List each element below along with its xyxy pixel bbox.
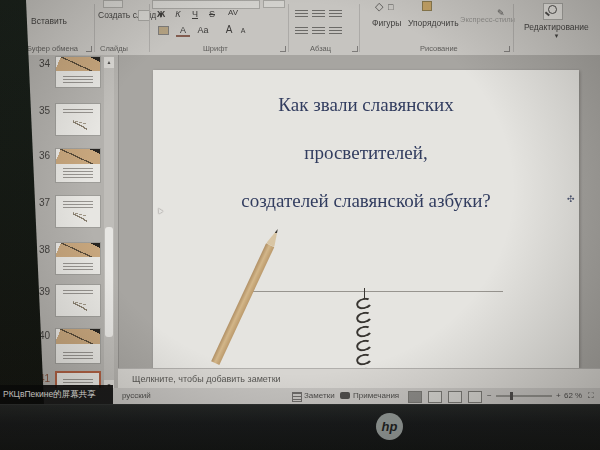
caret-down-icon: ▾ (555, 32, 559, 39)
font-name-box[interactable] (152, 0, 260, 9)
screen-share-label: РКЦвПекине的屏幕共享 (3, 389, 96, 399)
shape-square-icon: □ (388, 2, 393, 12)
current-slide-canvas[interactable]: Как звали славянских просветителей, созд… (153, 70, 579, 368)
ribbon: Вставить Буфер обмена Создать слайд ▾ Сл… (0, 0, 600, 56)
slide-editing-area: Как звали славянских просветителей, созд… (118, 55, 600, 368)
editing-label: Редактирование (524, 22, 589, 32)
pencil-photo-thumb (56, 57, 100, 71)
panel-scrollbar[interactable]: ▲ ▼ (104, 57, 114, 391)
pencil-clipart[interactable] (211, 227, 282, 365)
underline-button[interactable]: Ч (188, 9, 202, 19)
ink-pen-icon[interactable]: ✎ (497, 8, 505, 18)
slide-rule-line (248, 291, 503, 292)
font-dialog-launcher-icon[interactable] (280, 46, 286, 52)
paste-label: Вставить (31, 16, 67, 26)
notes-icon (292, 392, 302, 402)
drawing-dialog-launcher-icon[interactable] (504, 46, 510, 52)
slide-thumbnail-35[interactable] (55, 103, 101, 136)
comments-toggle[interactable]: Примечания (353, 391, 399, 400)
pencil-photo-thumb (56, 243, 100, 257)
magnifier-icon (548, 5, 557, 14)
align-center-button[interactable] (312, 27, 325, 36)
slide-title-line1[interactable]: Как звали славянских (153, 94, 579, 116)
slide-sorter-view-button[interactable] (428, 391, 442, 403)
group-slides-label: Слайды (100, 44, 128, 53)
font-color-button[interactable]: А (176, 25, 190, 37)
strikethrough-button[interactable]: S (205, 9, 219, 19)
normal-view-button[interactable] (408, 391, 422, 403)
bullets-button[interactable] (295, 10, 308, 19)
italic-button[interactable]: К (171, 9, 185, 19)
slide-title-line2[interactable]: просветителей, (153, 142, 579, 164)
clipboard-dialog-launcher-icon[interactable] (86, 46, 92, 52)
comments-icon (340, 392, 350, 399)
zoom-out-button[interactable]: − (487, 391, 492, 400)
bold-button[interactable]: Ж (154, 9, 168, 19)
arrange-label: Упорядочить (408, 18, 459, 28)
pencil-photo-thumb (56, 329, 100, 344)
cut-icon-box (103, 0, 123, 8)
quick-styles-button[interactable]: Экспресс-стили (460, 16, 494, 24)
hp-logo: hp (376, 413, 403, 440)
fit-to-window-button[interactable]: ⛶ (588, 391, 594, 401)
monitor-photo: Вставить Буфер обмена Создать слайд ▾ Сл… (0, 0, 600, 450)
notes-toggle[interactable]: Заметки (304, 391, 335, 400)
ornament-icon: ✣ (567, 194, 575, 204)
zoom-in-button[interactable]: + (556, 391, 561, 400)
group-clipboard-label: Буфер обмена (27, 44, 78, 53)
pencil-sketch-thumb (73, 119, 87, 131)
reading-view-button[interactable] (448, 391, 462, 403)
slide-thumbnail-40[interactable] (55, 328, 101, 364)
scrollbar-thumb[interactable] (105, 227, 113, 337)
group-font-label: Шрифт (203, 44, 228, 53)
kerning-button[interactable]: AV (226, 8, 240, 17)
group-paragraph-label: Абзац (310, 44, 331, 53)
slide-thumbnail-37[interactable] (55, 195, 101, 228)
paragraph-dialog-launcher-icon[interactable] (352, 46, 358, 52)
scroll-up-button[interactable]: ▲ (104, 57, 114, 68)
arrange-icon (422, 1, 432, 13)
indent-button[interactable] (329, 10, 342, 19)
pencil-sketch-thumb (73, 211, 87, 223)
powerpoint-window: Вставить Буфер обмена Создать слайд ▾ Сл… (0, 0, 600, 404)
cut-icon-box (263, 0, 285, 8)
notes-placeholder: Щелкните, чтобы добавить заметки (132, 374, 281, 384)
monitor-bezel-bottom: hp (0, 404, 600, 450)
screen-share-overlay: РКЦвПекине的屏幕共享 (0, 385, 113, 404)
slide-thumbnail-36[interactable] (55, 148, 101, 183)
slideshow-view-button[interactable] (468, 391, 482, 403)
text-highlight-button[interactable] (156, 26, 170, 37)
paste-button[interactable]: Вставить (31, 16, 67, 26)
pencil-photo-thumb (56, 149, 100, 164)
align-left-button[interactable] (295, 27, 308, 36)
pencil-sketch-thumb (73, 300, 87, 312)
scroll-up-icon: ▲ (107, 59, 112, 65)
shapes-label: Фигуры (372, 18, 401, 28)
slide-thumbnail-34[interactable] (55, 56, 101, 88)
slide-thumbnail-38[interactable] (55, 242, 101, 275)
shape-diamond-icon: ◇ (375, 0, 383, 13)
columns-button[interactable] (329, 27, 342, 36)
new-slide-button[interactable]: Создать слайд ▾ (98, 10, 140, 20)
numbering-button[interactable] (312, 10, 325, 19)
shrink-font-button[interactable]: А (236, 27, 250, 34)
shapes-button[interactable]: Фигуры (372, 18, 401, 28)
change-case-button[interactable]: Аа (196, 25, 210, 35)
slide-title-line3[interactable]: создателей славянской азбуки? (153, 190, 579, 212)
quick-styles-label: Экспресс-стили (460, 15, 515, 24)
grow-font-button[interactable]: А (222, 24, 236, 35)
zoom-level[interactable]: 62 % (564, 391, 582, 400)
arrange-button[interactable]: Упорядочить (408, 18, 459, 28)
slide-thumbnail-39[interactable] (55, 284, 101, 317)
slide-number: 34 (26, 58, 50, 69)
group-drawing-label: Рисование (420, 44, 458, 53)
editing-button[interactable]: Редактирование ▾ (524, 22, 589, 40)
zoom-slider[interactable] (496, 395, 552, 397)
language-indicator[interactable]: русский (122, 391, 151, 400)
zoom-slider-knob[interactable] (510, 392, 513, 400)
highlighter-icon (158, 26, 169, 35)
notes-pane[interactable]: Щелкните, чтобы добавить заметки (118, 368, 600, 388)
